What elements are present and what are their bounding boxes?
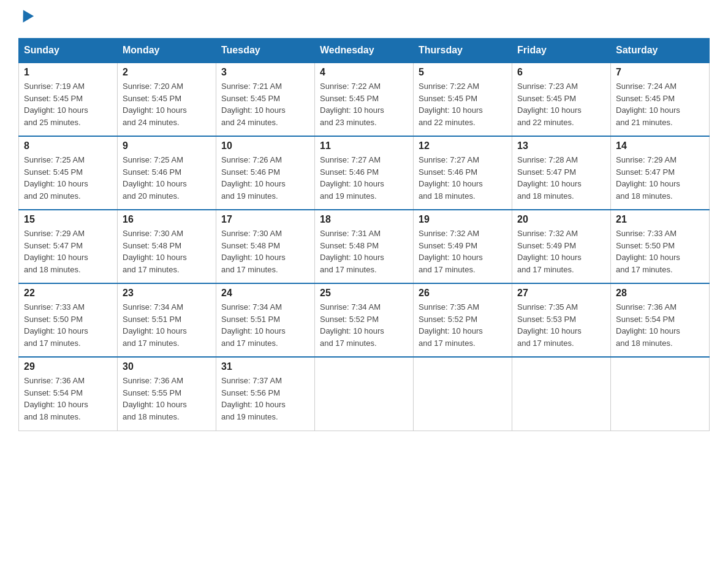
day-number: 9 bbox=[123, 140, 211, 151]
calendar-cell: 31 Sunrise: 7:37 AM Sunset: 5:56 PM Dayl… bbox=[216, 357, 315, 431]
calendar-cell: 10 Sunrise: 7:26 AM Sunset: 5:46 PM Dayl… bbox=[216, 136, 315, 210]
calendar-cell: 6 Sunrise: 7:23 AM Sunset: 5:45 PM Dayli… bbox=[512, 63, 611, 136]
calendar-cell: 21 Sunrise: 7:33 AM Sunset: 5:50 PM Dayl… bbox=[611, 210, 710, 283]
header-tuesday: Tuesday bbox=[216, 39, 315, 63]
day-info: Sunrise: 7:29 AM Sunset: 5:47 PM Dayligh… bbox=[24, 228, 112, 275]
week-row-1: 1 Sunrise: 7:19 AM Sunset: 5:45 PM Dayli… bbox=[19, 63, 710, 136]
calendar-cell bbox=[611, 357, 710, 431]
day-number: 25 bbox=[320, 288, 408, 299]
day-number: 27 bbox=[517, 288, 605, 299]
day-number: 17 bbox=[221, 214, 309, 225]
day-number: 23 bbox=[123, 288, 211, 299]
header-wednesday: Wednesday bbox=[315, 39, 414, 63]
day-info: Sunrise: 7:36 AM Sunset: 5:54 PM Dayligh… bbox=[24, 375, 112, 423]
day-info: Sunrise: 7:32 AM Sunset: 5:49 PM Dayligh… bbox=[517, 228, 605, 275]
calendar-cell: 18 Sunrise: 7:31 AM Sunset: 5:48 PM Dayl… bbox=[315, 210, 414, 283]
week-row-3: 15 Sunrise: 7:29 AM Sunset: 5:47 PM Dayl… bbox=[19, 210, 710, 283]
week-row-5: 29 Sunrise: 7:36 AM Sunset: 5:54 PM Dayl… bbox=[19, 357, 710, 431]
calendar-cell: 29 Sunrise: 7:36 AM Sunset: 5:54 PM Dayl… bbox=[19, 357, 118, 431]
day-info: Sunrise: 7:22 AM Sunset: 5:45 PM Dayligh… bbox=[419, 80, 507, 128]
day-info: Sunrise: 7:28 AM Sunset: 5:47 PM Dayligh… bbox=[517, 154, 605, 202]
calendar-cell: 28 Sunrise: 7:36 AM Sunset: 5:54 PM Dayl… bbox=[611, 283, 710, 357]
day-info: Sunrise: 7:32 AM Sunset: 5:49 PM Dayligh… bbox=[419, 228, 507, 275]
calendar-cell: 13 Sunrise: 7:28 AM Sunset: 5:47 PM Dayl… bbox=[512, 136, 611, 210]
calendar-cell: 12 Sunrise: 7:27 AM Sunset: 5:46 PM Dayl… bbox=[414, 136, 512, 210]
day-number: 22 bbox=[24, 288, 112, 299]
day-info: Sunrise: 7:30 AM Sunset: 5:48 PM Dayligh… bbox=[123, 228, 211, 275]
day-info: Sunrise: 7:25 AM Sunset: 5:45 PM Dayligh… bbox=[24, 154, 112, 202]
calendar-cell: 23 Sunrise: 7:34 AM Sunset: 5:51 PM Dayl… bbox=[118, 283, 216, 357]
day-info: Sunrise: 7:33 AM Sunset: 5:50 PM Dayligh… bbox=[616, 228, 704, 275]
day-info: Sunrise: 7:35 AM Sunset: 5:53 PM Dayligh… bbox=[517, 301, 605, 349]
calendar-cell: 25 Sunrise: 7:34 AM Sunset: 5:52 PM Dayl… bbox=[315, 283, 414, 357]
calendar-cell: 11 Sunrise: 7:27 AM Sunset: 5:46 PM Dayl… bbox=[315, 136, 414, 210]
day-info: Sunrise: 7:20 AM Sunset: 5:45 PM Dayligh… bbox=[123, 80, 211, 128]
day-info: Sunrise: 7:27 AM Sunset: 5:46 PM Dayligh… bbox=[419, 154, 507, 202]
day-number: 18 bbox=[320, 214, 408, 225]
calendar-cell: 30 Sunrise: 7:36 AM Sunset: 5:55 PM Dayl… bbox=[118, 357, 216, 431]
day-number: 13 bbox=[517, 140, 605, 151]
header-friday: Friday bbox=[512, 39, 611, 63]
header-sunday: Sunday bbox=[19, 39, 118, 63]
day-info: Sunrise: 7:34 AM Sunset: 5:51 PM Dayligh… bbox=[221, 301, 309, 349]
day-number: 30 bbox=[123, 361, 211, 372]
week-row-4: 22 Sunrise: 7:33 AM Sunset: 5:50 PM Dayl… bbox=[19, 283, 710, 357]
day-info: Sunrise: 7:23 AM Sunset: 5:45 PM Dayligh… bbox=[517, 80, 605, 128]
calendar-cell: 1 Sunrise: 7:19 AM Sunset: 5:45 PM Dayli… bbox=[19, 63, 118, 136]
day-number: 26 bbox=[419, 288, 507, 299]
day-info: Sunrise: 7:33 AM Sunset: 5:50 PM Dayligh… bbox=[24, 301, 112, 349]
header-thursday: Thursday bbox=[414, 39, 512, 63]
day-info: Sunrise: 7:35 AM Sunset: 5:52 PM Dayligh… bbox=[419, 301, 507, 349]
day-number: 11 bbox=[320, 140, 408, 151]
day-number: 4 bbox=[320, 67, 408, 78]
calendar-cell: 5 Sunrise: 7:22 AM Sunset: 5:45 PM Dayli… bbox=[414, 63, 512, 136]
calendar-table: SundayMondayTuesdayWednesdayThursdayFrid… bbox=[18, 38, 710, 431]
day-number: 5 bbox=[419, 67, 507, 78]
logo-triangle-icon bbox=[18, 10, 34, 26]
calendar-cell bbox=[512, 357, 611, 431]
day-number: 6 bbox=[517, 67, 605, 78]
day-number: 8 bbox=[24, 140, 112, 151]
day-number: 1 bbox=[24, 67, 112, 78]
calendar-cell: 16 Sunrise: 7:30 AM Sunset: 5:48 PM Dayl… bbox=[118, 210, 216, 283]
calendar-cell: 15 Sunrise: 7:29 AM Sunset: 5:47 PM Dayl… bbox=[19, 210, 118, 283]
day-number: 28 bbox=[616, 288, 704, 299]
day-info: Sunrise: 7:21 AM Sunset: 5:45 PM Dayligh… bbox=[221, 80, 309, 128]
day-number: 16 bbox=[123, 214, 211, 225]
logo bbox=[18, 12, 32, 26]
page-header bbox=[18, 12, 710, 26]
days-header-row: SundayMondayTuesdayWednesdayThursdayFrid… bbox=[19, 39, 710, 63]
calendar-cell: 24 Sunrise: 7:34 AM Sunset: 5:51 PM Dayl… bbox=[216, 283, 315, 357]
day-number: 21 bbox=[616, 214, 704, 225]
day-info: Sunrise: 7:34 AM Sunset: 5:52 PM Dayligh… bbox=[320, 301, 408, 349]
day-info: Sunrise: 7:19 AM Sunset: 5:45 PM Dayligh… bbox=[24, 80, 112, 128]
calendar-cell: 8 Sunrise: 7:25 AM Sunset: 5:45 PM Dayli… bbox=[19, 136, 118, 210]
calendar-cell: 3 Sunrise: 7:21 AM Sunset: 5:45 PM Dayli… bbox=[216, 63, 315, 136]
day-number: 31 bbox=[221, 361, 309, 372]
day-number: 29 bbox=[24, 361, 112, 372]
calendar-cell: 7 Sunrise: 7:24 AM Sunset: 5:45 PM Dayli… bbox=[611, 63, 710, 136]
day-info: Sunrise: 7:36 AM Sunset: 5:54 PM Dayligh… bbox=[616, 301, 704, 349]
day-number: 15 bbox=[24, 214, 112, 225]
calendar-cell bbox=[315, 357, 414, 431]
day-info: Sunrise: 7:27 AM Sunset: 5:46 PM Dayligh… bbox=[320, 154, 408, 202]
day-number: 14 bbox=[616, 140, 704, 151]
calendar-cell: 9 Sunrise: 7:25 AM Sunset: 5:46 PM Dayli… bbox=[118, 136, 216, 210]
day-number: 12 bbox=[419, 140, 507, 151]
calendar-cell: 27 Sunrise: 7:35 AM Sunset: 5:53 PM Dayl… bbox=[512, 283, 611, 357]
day-number: 7 bbox=[616, 67, 704, 78]
calendar-cell: 14 Sunrise: 7:29 AM Sunset: 5:47 PM Dayl… bbox=[611, 136, 710, 210]
calendar-cell: 4 Sunrise: 7:22 AM Sunset: 5:45 PM Dayli… bbox=[315, 63, 414, 136]
day-info: Sunrise: 7:22 AM Sunset: 5:45 PM Dayligh… bbox=[320, 80, 408, 128]
day-number: 3 bbox=[221, 67, 309, 78]
calendar-cell: 26 Sunrise: 7:35 AM Sunset: 5:52 PM Dayl… bbox=[414, 283, 512, 357]
day-info: Sunrise: 7:34 AM Sunset: 5:51 PM Dayligh… bbox=[123, 301, 211, 349]
calendar-cell bbox=[414, 357, 512, 431]
day-info: Sunrise: 7:36 AM Sunset: 5:55 PM Dayligh… bbox=[123, 375, 211, 423]
calendar-cell: 2 Sunrise: 7:20 AM Sunset: 5:45 PM Dayli… bbox=[118, 63, 216, 136]
day-info: Sunrise: 7:31 AM Sunset: 5:48 PM Dayligh… bbox=[320, 228, 408, 275]
day-info: Sunrise: 7:24 AM Sunset: 5:45 PM Dayligh… bbox=[616, 80, 704, 128]
day-number: 20 bbox=[517, 214, 605, 225]
week-row-2: 8 Sunrise: 7:25 AM Sunset: 5:45 PM Dayli… bbox=[19, 136, 710, 210]
calendar-cell: 17 Sunrise: 7:30 AM Sunset: 5:48 PM Dayl… bbox=[216, 210, 315, 283]
